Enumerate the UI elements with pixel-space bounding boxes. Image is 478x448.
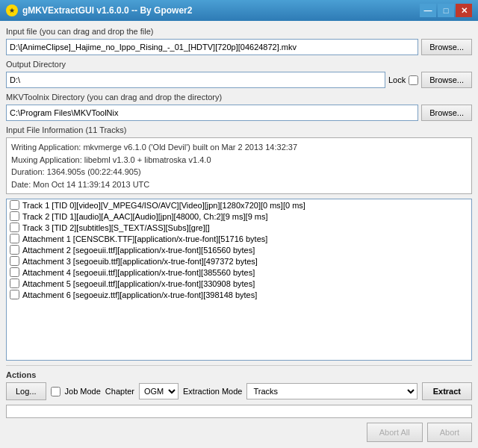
track-item: Track 1 [TID 0][video][V_MPEG4/ISO/AVC][… — [7, 199, 471, 211]
track-item: Attachment 4 [segoeuii.ttf][application/… — [7, 267, 471, 278]
track-item: Attachment 1 [CENSCBK.TTF][application/x… — [7, 233, 471, 244]
actions-section: Actions Log... Job Mode Chapter OGM Extr… — [6, 365, 472, 400]
track-checkbox[interactable] — [10, 200, 19, 210]
tracks-mode-select[interactable]: Tracks Cue Sheet Tags Attachments Chapte… — [246, 383, 417, 399]
lock-row: Lock — [388, 75, 418, 85]
progress-section — [6, 405, 472, 418]
job-mode-label: Job Mode — [65, 387, 101, 396]
track-item: Attachment 2 [segoeuii.ttf][application/… — [7, 244, 471, 255]
output-dir-row: Lock Browse... — [6, 72, 472, 88]
input-file-field[interactable] — [6, 39, 418, 55]
track-item: Attachment 6 [segoeuiz.ttf][application/… — [7, 289, 471, 300]
extraction-mode-label: Extraction Mode — [183, 387, 242, 396]
track-item: Attachment 3 [segoeuib.ttf][application/… — [7, 255, 471, 267]
lock-checkbox[interactable] — [409, 75, 418, 85]
file-info-group: Input File Information (11 Tracks) Writi… — [6, 125, 472, 194]
track-checkbox[interactable] — [10, 279, 19, 288]
abort-all-button[interactable]: Abort All — [367, 423, 423, 442]
job-mode-checkbox[interactable] — [51, 387, 60, 396]
track-text: Attachment 3 [segoeuib.ttf][application/… — [22, 257, 258, 266]
track-text: Attachment 5 [segoeuil.ttf][application/… — [22, 279, 255, 288]
title-bar-left: ★ gMKVExtractGUI v1.6.0.0 -- By Gpower2 — [6, 4, 192, 16]
file-info-box: Writing Application: mkvmerge v6.1.0 ('O… — [6, 137, 472, 194]
track-checkbox[interactable] — [10, 223, 19, 232]
title-buttons: — □ ✕ — [420, 4, 472, 17]
main-content: Input file (you can drag and drop the fi… — [0, 21, 478, 448]
track-item: Attachment 5 [segoeuil.ttf][application/… — [7, 278, 471, 289]
output-dir-group: Output Directory Lock Browse... — [6, 60, 472, 88]
maximize-button[interactable]: □ — [438, 4, 454, 17]
file-info-line-2: Muxing Application: libebml v1.3.0 + lib… — [11, 154, 467, 167]
minimize-button[interactable]: — — [420, 4, 436, 17]
track-text: Track 3 [TID 2][subtitles][S_TEXT/ASS][S… — [22, 223, 210, 232]
input-file-row: Browse... — [6, 39, 472, 55]
mkvtoolnix-browse-button[interactable]: Browse... — [421, 105, 472, 121]
mkvtoolnix-dir-group: MKVToolnix Directory (you can drag and d… — [6, 93, 472, 121]
track-checkbox[interactable] — [10, 245, 19, 255]
actions-label: Actions — [6, 370, 472, 379]
output-dir-label: Output Directory — [6, 60, 472, 69]
file-info-line-4: Date: Mon Oct 14 11:39:14 2013 UTC — [11, 178, 467, 191]
track-text: Attachment 6 [segoeuiz.ttf][application/… — [22, 290, 257, 299]
lock-label: Lock — [388, 75, 406, 84]
log-button[interactable]: Log... — [6, 382, 46, 400]
extract-button[interactable]: Extract — [422, 382, 472, 400]
mkvtoolnix-dir-label: MKVToolnix Directory (you can drag and d… — [6, 93, 472, 102]
bottom-buttons: Abort All Abort — [6, 423, 472, 442]
ogm-select[interactable]: OGM — [139, 383, 179, 399]
output-dir-browse-button[interactable]: Browse... — [421, 72, 472, 88]
track-item: Track 3 [TID 2][subtitles][S_TEXT/ASS][S… — [7, 222, 471, 233]
track-checkbox[interactable] — [10, 290, 19, 299]
output-dir-field[interactable] — [6, 72, 385, 88]
input-file-group: Input file (you can drag and drop the fi… — [6, 27, 472, 55]
tracks-list-container[interactable]: Track 1 [TID 0][video][V_MPEG4/ISO/AVC][… — [6, 199, 472, 361]
input-file-browse-button[interactable]: Browse... — [421, 39, 472, 55]
file-info-line-3: Duration: 1364.905s (00:22:44.905) — [11, 166, 467, 178]
track-text: Attachment 4 [segoeuii.ttf][application/… — [22, 268, 255, 277]
file-info-line-1: Writing Application: mkvmerge v6.1.0 ('O… — [11, 141, 467, 154]
progress-bar — [6, 405, 472, 418]
chapter-label: Chapter — [105, 387, 134, 396]
app-icon: ★ — [6, 4, 18, 16]
track-checkbox[interactable] — [10, 267, 19, 277]
window-title: gMKVExtractGUI v1.6.0.0 -- By Gpower2 — [22, 5, 192, 16]
track-text: Track 2 [TID 1][audio][A_AAC][Audio][jpn… — [22, 212, 268, 221]
close-button[interactable]: ✕ — [456, 4, 472, 17]
abort-button[interactable]: Abort — [427, 423, 472, 442]
track-text: Attachment 2 [segoeuii.ttf][application/… — [22, 246, 255, 255]
input-file-label: Input file (you can drag and drop the fi… — [6, 27, 472, 36]
track-checkbox[interactable] — [10, 256, 19, 266]
tracks-section: Track 1 [TID 0][video][V_MPEG4/ISO/AVC][… — [6, 199, 472, 361]
track-text: Track 1 [TID 0][video][V_MPEG4/ISO/AVC][… — [22, 201, 305, 210]
title-bar: ★ gMKVExtractGUI v1.6.0.0 -- By Gpower2 … — [0, 0, 478, 21]
track-text: Attachment 1 [CENSCBK.TTF][application/x… — [22, 234, 267, 243]
file-info-label: Input File Information (11 Tracks) — [6, 125, 472, 134]
mkvtoolnix-dir-field[interactable] — [6, 105, 418, 121]
track-checkbox[interactable] — [10, 211, 19, 221]
actions-row: Log... Job Mode Chapter OGM Extraction M… — [6, 382, 472, 400]
mkvtoolnix-dir-row: Browse... — [6, 105, 472, 121]
track-item: Track 2 [TID 1][audio][A_AAC][Audio][jpn… — [7, 211, 471, 222]
track-checkbox[interactable] — [10, 234, 19, 243]
